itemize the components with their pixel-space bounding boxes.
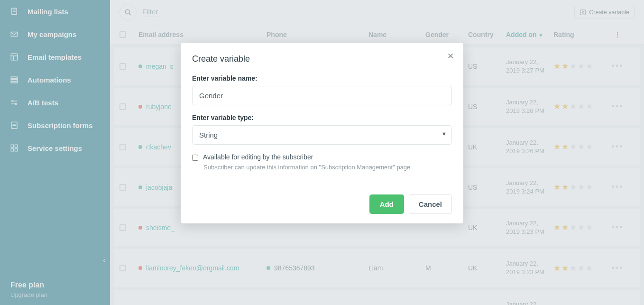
cancel-button[interactable]: Cancel (409, 194, 452, 214)
variable-name-label: Enter variable name: (192, 74, 452, 82)
modal-overlay: Create variable ✕ Enter variable name: E… (0, 0, 644, 305)
modal-title: Create variable (192, 54, 452, 64)
variable-type-select[interactable]: String (192, 125, 452, 145)
modal-hint: Subscriber can update this information o… (203, 164, 452, 171)
variable-type-label: Enter variable type: (192, 114, 452, 121)
modal-close-button[interactable]: ✕ (447, 51, 454, 61)
editable-by-subscriber-checkbox[interactable] (192, 155, 198, 161)
editable-by-subscriber-label: Available for editing by the subscriber (203, 153, 313, 161)
create-variable-modal: Create variable ✕ Enter variable name: E… (181, 43, 463, 223)
add-button[interactable]: Add (369, 194, 404, 214)
variable-name-input[interactable] (192, 86, 452, 105)
